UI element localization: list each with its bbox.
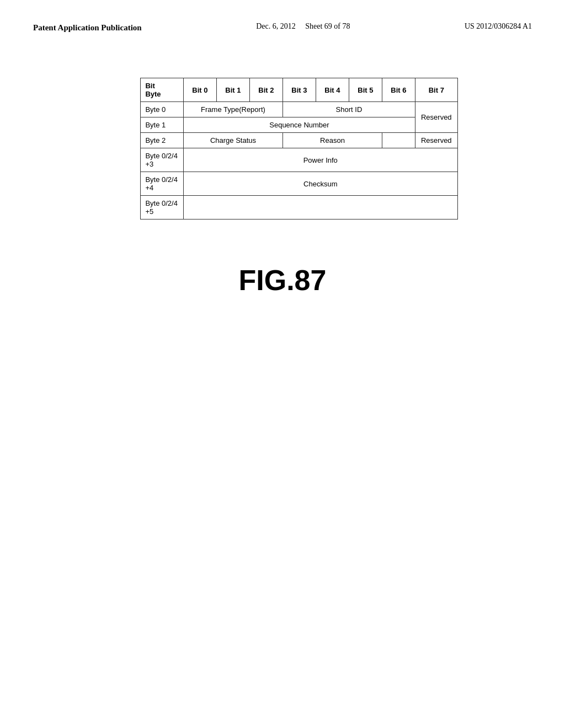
col-header-bit2: Bit 2	[249, 78, 282, 102]
figure-label: FIG.87	[239, 264, 327, 297]
table-row-byte0: Byte 0 Frame Type(Report) Short ID Reser…	[141, 102, 457, 117]
cell-reason: Reason	[282, 133, 382, 148]
table-row-byte-plus4: Byte 0/2/4+4 Checksum	[141, 172, 457, 196]
col-header-bit6: Bit 6	[382, 78, 415, 102]
publication-date: Dec. 6, 2012	[256, 22, 296, 30]
cell-charge-status: Charge Status	[183, 133, 282, 148]
byte-label-plus5: Byte 0/2/4+5	[141, 196, 184, 220]
col-header-bit3: Bit 3	[282, 78, 316, 102]
table-row-byte1: Byte 1 Sequence Number	[141, 117, 457, 133]
publication-title: Patent Application Publication	[33, 22, 142, 34]
page: Patent Application Publication Dec. 6, 2…	[0, 0, 565, 728]
cell-empty-plus5	[183, 196, 457, 220]
cell-frame-type: Frame Type(Report)	[183, 102, 282, 117]
col-header-bit4: Bit 4	[316, 78, 349, 102]
byte-label-0: Byte 0	[141, 102, 184, 117]
cell-power-info: Power Info	[183, 148, 457, 172]
sheet-number: Sheet 69 of 78	[305, 22, 350, 30]
col-header-bit1: Bit 1	[216, 78, 249, 102]
table-row-byte-plus5: Byte 0/2/4+5	[141, 196, 457, 220]
header-date-sheet: Dec. 6, 2012 Sheet 69 of 78	[256, 22, 350, 31]
table-row-byte2: Byte 2 Charge Status Reason Reserved	[141, 133, 457, 148]
cell-reserved-2: Reserved	[415, 133, 457, 148]
col-header-bit7: Bit 7	[415, 78, 457, 102]
table-container: BitByte Bit 0 Bit 1 Bit 2 Bit 3 Bit 4 Bi…	[140, 78, 457, 220]
cell-empty-2	[382, 133, 415, 148]
byte-label-1: Byte 1	[141, 117, 184, 133]
main-content: BitByte Bit 0 Bit 1 Bit 2 Bit 3 Bit 4 Bi…	[33, 67, 532, 297]
cell-checksum: Checksum	[183, 172, 457, 196]
col-header-byte: BitByte	[141, 78, 184, 102]
byte-label-plus3: Byte 0/2/4+3	[141, 148, 184, 172]
page-header: Patent Application Publication Dec. 6, 2…	[33, 22, 532, 34]
patent-number: US 2012/0306284 A1	[465, 22, 532, 31]
byte-label-2: Byte 2	[141, 133, 184, 148]
bit-table: BitByte Bit 0 Bit 1 Bit 2 Bit 3 Bit 4 Bi…	[140, 78, 457, 220]
cell-short-id: Short ID	[282, 102, 415, 117]
table-header-row: BitByte Bit 0 Bit 1 Bit 2 Bit 3 Bit 4 Bi…	[141, 78, 457, 102]
byte-label-plus4: Byte 0/2/4+4	[141, 172, 184, 196]
table-row-byte-plus3: Byte 0/2/4+3 Power Info	[141, 148, 457, 172]
cell-reserved-0: Reserved	[415, 102, 457, 133]
col-header-bit0: Bit 0	[183, 78, 216, 102]
cell-sequence-number: Sequence Number	[183, 117, 415, 133]
col-header-bit5: Bit 5	[349, 78, 382, 102]
